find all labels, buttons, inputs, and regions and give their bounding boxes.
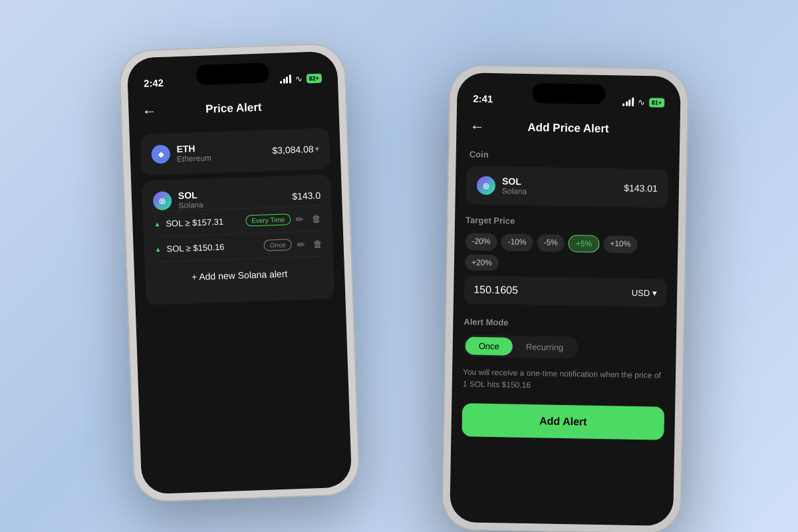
sol-alert-1-actions: ✏ 🗑 xyxy=(296,213,322,224)
status-time-right: 2:41 xyxy=(473,93,493,105)
currency-selector[interactable]: USD ▾ xyxy=(632,287,658,298)
sol-alert-1-row: ▲ SOL ≥ $157.31 Every Time ✏ 🗑 xyxy=(154,213,321,230)
add-alert-content: ← Add Price Alert Coin ◎ SOL Solana xyxy=(450,109,680,526)
eth-name-group: ETH Ethereum xyxy=(176,142,211,164)
sol-select-icon: ◎ xyxy=(477,176,495,195)
sol-select-fullname: Solana xyxy=(502,186,527,196)
badge-once: Once xyxy=(263,239,291,251)
eth-icon: ◆ xyxy=(151,145,170,164)
mode-recurring-button[interactable]: Recurring xyxy=(513,338,577,357)
delete-icon-1[interactable]: 🗑 xyxy=(312,213,322,223)
status-time-left: 2:42 xyxy=(144,77,164,89)
edit-icon-1[interactable]: ✏ xyxy=(296,213,305,224)
eth-coin-row: ◆ ETH Ethereum $3,084.08 ▾ xyxy=(151,139,319,165)
percentage-pills: -20% -10% -5% +5% +10% +20% xyxy=(465,233,668,273)
pct-pill-minus5[interactable]: -5% xyxy=(537,234,565,252)
pct-pill-minus20[interactable]: -20% xyxy=(465,233,497,251)
coin-section-label: Coin xyxy=(456,144,680,167)
phone-right-screen: 2:41 ∿ 81+ ← Add Price Aler xyxy=(450,72,681,526)
status-icons-left: ∿ 82+ xyxy=(280,73,322,84)
sol-select-name-group: SOL Solana xyxy=(502,176,527,196)
price-input-row[interactable]: 150.1605 USD ▾ xyxy=(464,275,667,307)
currency-chevron-icon: ▾ xyxy=(652,288,657,298)
coin-select-info: ◎ SOL Solana xyxy=(477,176,527,196)
sol-alert-2-text: SOL ≥ $150.16 xyxy=(166,241,259,254)
badge-every-time: Every Time xyxy=(245,213,291,226)
delete-icon-2[interactable]: 🗑 xyxy=(313,238,323,249)
confirm-alert-button[interactable]: Add Alert xyxy=(462,403,664,440)
alert-arrow-up-1: ▲ xyxy=(154,220,160,227)
eth-coin-card[interactable]: ◆ ETH Ethereum $3,084.08 ▾ xyxy=(140,128,331,176)
target-price-label: Target Price xyxy=(466,215,668,231)
back-button-left[interactable]: ← xyxy=(142,102,157,120)
dynamic-island-left xyxy=(196,63,269,85)
alert-mode-section: Alert Mode Once Recurring You will recei… xyxy=(452,309,676,402)
add-solana-alert-button[interactable]: + Add new Solana alert xyxy=(155,256,324,295)
price-alert-header: ← Price Alert xyxy=(128,88,340,130)
signal-icon-right xyxy=(622,97,634,106)
phone-right: 2:41 ∿ 81+ ← Add Price Aler xyxy=(442,65,689,532)
pct-pill-plus5[interactable]: +5% xyxy=(569,235,600,253)
sol-symbol: SOL xyxy=(178,190,203,201)
battery-badge-left: 82+ xyxy=(306,73,322,83)
sol-alert-1-text: SOL ≥ $157.31 xyxy=(166,216,241,229)
eth-chevron-icon: ▾ xyxy=(315,144,319,154)
edit-icon-2[interactable]: ✏ xyxy=(297,239,305,249)
wifi-icon-right: ∿ xyxy=(638,97,645,107)
alert-arrow-up-2: ▲ xyxy=(155,245,162,253)
sol-alert-2-row: ▲ SOL ≥ $150.16 Once ✏ 🗑 xyxy=(154,238,322,255)
status-icons-right: ∿ 81+ xyxy=(622,96,664,107)
target-price-section: Target Price -20% -10% -5% +5% +10% +20%… xyxy=(454,207,678,307)
mode-once-button[interactable]: Once xyxy=(466,336,513,355)
alert-mode-pills: Once Recurring xyxy=(463,334,579,358)
sol-fullname: Solana xyxy=(178,200,203,210)
sol-coin-card[interactable]: ◎ SOL Solana $143.0 ▲ SOL ≥ $157.31 xyxy=(142,174,334,305)
page-title-left: Price Alert xyxy=(205,101,262,116)
sol-alert-2-actions: ✏ 🗑 xyxy=(297,238,323,249)
signal-icon-left xyxy=(280,74,291,84)
sol-select-price: $143.01 xyxy=(624,183,658,194)
pct-pill-plus10[interactable]: +10% xyxy=(603,235,637,253)
alert-description: You will receive a one-time notification… xyxy=(462,362,665,401)
pct-pill-minus10[interactable]: -10% xyxy=(501,233,533,251)
price-input-value: 150.1605 xyxy=(473,284,518,297)
price-alert-content: ← Price Alert ◆ ETH Ethereum xyxy=(128,88,352,495)
phone-left: 2:42 ∿ 82+ ← Price Alert xyxy=(118,43,360,502)
sol-coin-info: ◎ SOL Solana xyxy=(153,190,203,211)
dynamic-island-right xyxy=(532,83,606,104)
sol-select-symbol: SOL xyxy=(502,176,527,187)
currency-label: USD xyxy=(632,287,650,297)
eth-price-group: $3,084.08 ▾ xyxy=(272,144,319,156)
coin-select-card[interactable]: ◎ SOL Solana $143.01 xyxy=(466,166,668,207)
back-button-right[interactable]: ← xyxy=(469,118,484,135)
sol-icon: ◎ xyxy=(153,191,172,210)
eth-fullname: Ethereum xyxy=(177,153,211,164)
page-title-right: Add Price Alert xyxy=(527,121,609,136)
coin-select-row: ◎ SOL Solana $143.01 xyxy=(477,176,658,199)
battery-badge-right: 81+ xyxy=(649,98,665,107)
sol-name-group: SOL Solana xyxy=(178,190,203,210)
pct-pill-plus20[interactable]: +20% xyxy=(465,254,499,271)
eth-coin-info: ◆ ETH Ethereum xyxy=(151,142,211,164)
eth-symbol: ETH xyxy=(176,142,211,154)
sol-price: $143.0 xyxy=(292,190,321,201)
add-alert-header: ← Add Price Alert xyxy=(456,109,680,148)
wifi-icon-left: ∿ xyxy=(295,74,303,84)
eth-price: $3,084.08 xyxy=(272,144,314,156)
alert-mode-label: Alert Mode xyxy=(464,317,666,332)
phone-left-screen: 2:42 ∿ 82+ ← Price Alert xyxy=(127,51,352,495)
